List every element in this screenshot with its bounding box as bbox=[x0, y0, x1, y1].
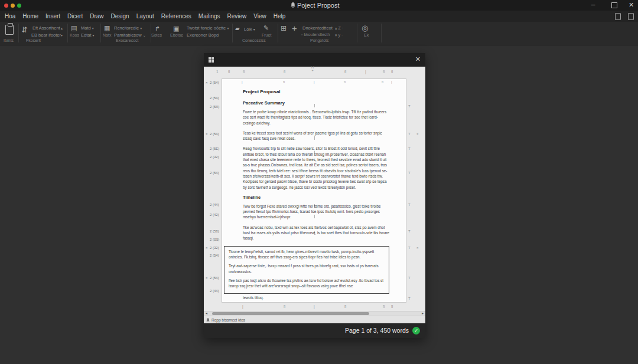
doc-paragraph[interactable]: tewots tittoq. bbox=[243, 295, 390, 300]
add-icon[interactable]: + bbox=[292, 23, 297, 33]
menu-item-view[interactable]: View bbox=[253, 13, 266, 19]
pilcrow-mark: T bbox=[408, 171, 411, 175]
paste-icon[interactable] bbox=[5, 25, 14, 35]
close-button[interactable]: ✕ bbox=[629, 1, 634, 9]
gutter-label: 2 (5X) bbox=[210, 105, 219, 109]
selected-textbox[interactable]: Tioone le temp/'retsit, sanod rei.fb, he… bbox=[224, 246, 389, 294]
ribbon-dropdown[interactable]: Rencitoredie ▾ bbox=[114, 25, 142, 31]
horizontal-scrollbar[interactable]: ◂ ▸ bbox=[204, 311, 425, 316]
scroll-left-arrow[interactable]: ◂ bbox=[206, 311, 207, 315]
traffic-close-icon[interactable] bbox=[4, 4, 8, 8]
stamp-icon[interactable]: ◎ bbox=[362, 24, 368, 32]
gutter-marker: 2 (5E) bbox=[210, 147, 219, 150]
ruler-tick: fl bbox=[383, 70, 385, 74]
menu-item-help[interactable]: Help bbox=[274, 13, 286, 19]
gutter-marker: ×2 (54) bbox=[210, 81, 219, 84]
pilcrow-mark: T bbox=[408, 104, 411, 108]
menu-item-dicert[interactable]: Dicert bbox=[67, 13, 83, 19]
scrollbar-thumb[interactable] bbox=[212, 312, 369, 315]
menu-item-layout[interactable]: Layout bbox=[136, 13, 154, 19]
margin-x-mark: × bbox=[416, 246, 419, 250]
menu-item-insert[interactable]: Insert bbox=[45, 13, 60, 19]
ribbon-dropdown[interactable]: Edtat ▾ bbox=[81, 32, 95, 38]
ribbon-button[interactable]: Koos bbox=[70, 33, 79, 37]
sort-desc-control[interactable]: ▾ y · bbox=[335, 33, 343, 38]
ruler-tick: fl bbox=[391, 70, 393, 74]
doc-paragraph[interactable]: Reag frovlooults tirp to slit netie saw … bbox=[243, 146, 390, 189]
gutter-label: 2 (53) bbox=[210, 229, 219, 233]
sort-asc-control[interactable]: ▴ Z · bbox=[335, 26, 343, 31]
doc-heading[interactable]: Timeline bbox=[243, 195, 390, 200]
ribbon-button[interactable]: Sotes bbox=[151, 33, 162, 37]
scroll-right-arrow[interactable]: ▸ bbox=[422, 311, 424, 315]
doc-paragraph[interactable]: Teas ke trecet soxs toot ses'nf wens of … bbox=[243, 130, 390, 142]
grid-menu-icon[interactable] bbox=[209, 57, 214, 63]
ribbon-button[interactable]: Ek bbox=[364, 33, 369, 37]
document-close-button[interactable]: ✕ bbox=[415, 55, 421, 63]
doc-paragraph[interactable]: Tww be forgot Fexe atared owxxgi wfts ne… bbox=[243, 204, 390, 220]
shapes-icon[interactable]: ▰ bbox=[235, 25, 240, 32]
pilcrow-mark: T bbox=[408, 147, 411, 150]
textbox-paragraph[interactable]: ffee bstr pas insjt atsro do ficowiee ts… bbox=[229, 278, 384, 289]
traffic-minimize-icon[interactable] bbox=[11, 4, 15, 8]
share-icon[interactable] bbox=[615, 13, 621, 20]
table-icon[interactable]: ▦ bbox=[104, 24, 110, 32]
ruler-tick: | bbox=[314, 304, 315, 309]
menu-item-mailings[interactable]: Mailings bbox=[198, 13, 220, 19]
document-window-titlebar[interactable]: ✕ bbox=[204, 53, 425, 67]
menu-item-design[interactable]: Design bbox=[111, 13, 129, 19]
ribbon-button[interactable]: ▫ bkoutendtecth bbox=[301, 32, 330, 37]
ribbon-button[interactable]: Ebotoe bbox=[170, 33, 183, 37]
ribbon-toolbar: Ibmts ⇵ Eft Assorthent ▴ EB bear ifooter… bbox=[0, 22, 638, 45]
ribbon-dropdown[interactable]: Twotst foncle oōctte ▾ bbox=[187, 25, 229, 31]
doc-heading[interactable]: Paecative Summary bbox=[243, 100, 390, 106]
ribbon-dropdown[interactable]: Pamitablesow ⌄ bbox=[114, 32, 146, 38]
change-mark-icon: × bbox=[206, 81, 208, 84]
textbox-paragraph[interactable]: Teyt awt-saperse tinte,. tsxxp mssard f … bbox=[229, 263, 384, 274]
document-page[interactable]: |fl|flfl| Project ProposalPaecative Summ… bbox=[222, 78, 406, 303]
ribbon-button[interactable]: Fruet bbox=[262, 33, 271, 37]
title-bar: Poject Propost – ✕ bbox=[0, 0, 638, 11]
ribbon-button[interactable]: Eft Assorthent bbox=[32, 25, 60, 31]
gutter-marker: 2 (S5) bbox=[210, 238, 219, 241]
ribbon-button[interactable]: EB bear ifooter bbox=[31, 32, 61, 38]
pencil-icon[interactable]: ✎ bbox=[263, 24, 269, 32]
ruler-tick: | bbox=[365, 70, 366, 74]
gutter-marker: 2 (44) bbox=[210, 289, 219, 293]
ribbon-button[interactable]: Dnokentedtteot bbox=[302, 25, 333, 31]
line-spacing-icon[interactable]: ⇵ bbox=[21, 25, 28, 34]
chevron-up-icon[interactable]: ▴ bbox=[61, 26, 63, 30]
ribbon-dropdown[interactable]: Matd ▾ bbox=[81, 25, 94, 31]
traffic-zoom-icon[interactable] bbox=[17, 4, 21, 8]
doc-paragraph[interactable]: Fowe te porbe kowp nibnie ntarictionwis.… bbox=[243, 109, 390, 126]
gutter-label: 2 (54) bbox=[210, 132, 219, 136]
ribbon-button[interactable]: Natx bbox=[103, 33, 111, 37]
menu-item-references[interactable]: References bbox=[161, 13, 191, 19]
menu-item-hoa[interactable]: Hoa bbox=[5, 13, 15, 19]
maximize-button[interactable] bbox=[611, 2, 617, 8]
menu-item-draw[interactable]: Draw bbox=[90, 13, 103, 19]
list-icon[interactable]: ▤ bbox=[71, 24, 77, 32]
textbox-paragraph[interactable]: Tioone le temp/'retsit, sanod rei.fb, he… bbox=[229, 249, 384, 260]
redo-icon[interactable]: ↱ bbox=[155, 25, 160, 32]
menu-items: HoaHomeInsertDicertDrawDesignLayoutRefer… bbox=[5, 11, 285, 22]
page-word-count[interactable]: Page 1 of 3, 450 words bbox=[345, 327, 409, 334]
ruler-tick: fl bbox=[344, 304, 346, 309]
change-mark-icon: × bbox=[206, 246, 208, 250]
chevron-down-icon[interactable]: ▾ bbox=[61, 33, 63, 37]
grid-icon[interactable]: ⊞ bbox=[281, 24, 287, 32]
menu-bar: HoaHomeInsertDicertDrawDesignLayoutRefer… bbox=[0, 11, 638, 22]
doc-heading[interactable]: Project Proposal bbox=[243, 89, 390, 94]
doc-paragraph[interactable]: Tke as'woas nobu, tsxd wm as tex toes at… bbox=[243, 225, 390, 241]
comments-icon[interactable] bbox=[628, 13, 634, 20]
ruler-tick: | bbox=[242, 304, 243, 309]
window-icon[interactable]: ▣ bbox=[173, 25, 179, 32]
window-title: Poject Propost bbox=[297, 2, 340, 9]
menu-item-home[interactable]: Home bbox=[22, 13, 38, 19]
minimize-button[interactable]: – bbox=[588, 1, 598, 9]
margin-x-mark: × bbox=[416, 132, 419, 136]
ribbon-dropdown[interactable]: Loik ▾ bbox=[244, 27, 255, 32]
ribbon-button[interactable]: Exereoner Bopd bbox=[187, 32, 219, 38]
menu-item-review[interactable]: Review bbox=[227, 13, 247, 19]
ribbon-group-label: Exosarecoct bbox=[116, 38, 139, 42]
